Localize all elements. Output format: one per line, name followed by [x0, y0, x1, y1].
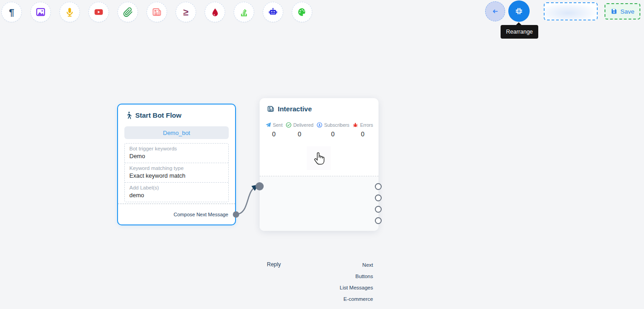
- output-label-buttons: Buttons: [355, 274, 373, 279]
- paper-plane-icon: [265, 122, 271, 128]
- stat-sent: Sent 0: [265, 122, 283, 138]
- rearrange-tooltip-label: Rearrange: [506, 29, 533, 35]
- back-button[interactable]: [485, 1, 505, 21]
- redacted-input[interactable]: [544, 2, 598, 20]
- output-label-ecommerce: E-commerce: [344, 296, 373, 302]
- stat-value: 0: [331, 130, 335, 138]
- field-label: Bot trigger keywords: [129, 146, 224, 151]
- check-circle-icon: [285, 122, 292, 128]
- toolbar-item-bot[interactable]: [263, 2, 283, 22]
- image-icon: [35, 7, 46, 17]
- stat-label: Delivered: [293, 122, 313, 128]
- output-label-list-messages: List Messages: [339, 285, 373, 290]
- toolbar-item-template[interactable]: [292, 2, 312, 22]
- stat-subscribers: Subscribers 0: [316, 122, 349, 138]
- toolbar-item-video[interactable]: [88, 2, 109, 22]
- node-start-bot-flow[interactable]: Start Bot Flow Demo_bot Bot trigger keyw…: [117, 104, 236, 225]
- greater-equal-icon: ≥: [183, 7, 189, 17]
- toolbar-item-stack[interactable]: [234, 2, 254, 22]
- pilcrow-icon: ¶: [9, 7, 15, 17]
- field-matching-type[interactable]: Keyword matching type Exact keyword matc…: [125, 163, 228, 182]
- stat-errors: Errors 0: [352, 122, 373, 138]
- handle-compose-next-message[interactable]: [233, 211, 239, 218]
- handle-output-list-messages[interactable]: [375, 206, 382, 213]
- cursor-highlight: [307, 146, 331, 170]
- toolbar-item-text[interactable]: ¶: [1, 2, 22, 22]
- palette-icon: [297, 7, 307, 17]
- handle-output-ecommerce[interactable]: [375, 217, 382, 224]
- save-button-label: Save: [620, 8, 634, 15]
- bot-name-pill[interactable]: Demo_bot: [124, 126, 229, 139]
- component-toolbar: ¶: [1, 2, 312, 22]
- rearrange-tooltip: Rearrange: [501, 25, 538, 39]
- handle-output-buttons[interactable]: [375, 194, 382, 201]
- stat-value: 0: [272, 130, 275, 138]
- toolbar-item-condition[interactable]: ≥: [176, 2, 196, 22]
- output-label-next: Next: [362, 262, 373, 268]
- droplet-icon: [210, 7, 220, 17]
- field-trigger-keywords[interactable]: Bot trigger keywords Demo: [125, 144, 228, 163]
- stat-value: 0: [361, 130, 364, 138]
- save-button[interactable]: Save: [605, 3, 640, 20]
- stat-label: Subscribers: [324, 122, 349, 128]
- compose-next-message-label: Compose Next Message: [174, 212, 228, 217]
- compress-arrows-icon: [514, 6, 524, 16]
- field-value: Exact keyword match: [129, 172, 224, 179]
- arrow-left-icon: [491, 7, 500, 16]
- newspaper-icon: [267, 105, 275, 113]
- paperclip-icon: [123, 7, 133, 17]
- toolbar-item-audio[interactable]: [59, 2, 80, 22]
- video-icon: [93, 7, 104, 17]
- stat-value: 0: [298, 130, 301, 138]
- stack-icon: [239, 7, 249, 17]
- interactive-io-section: Reply Next Buttons List Messages E-comme…: [260, 176, 379, 231]
- microphone-icon: [64, 7, 75, 17]
- reply-input-label: Reply: [267, 261, 281, 268]
- interactive-node-header: Interactive: [260, 98, 379, 116]
- interactive-node-title: Interactive: [278, 105, 312, 113]
- user-circle-icon: [316, 122, 323, 128]
- hand-pointer-icon: [311, 150, 327, 166]
- walking-person-icon: [125, 111, 132, 119]
- start-node-header: Start Bot Flow: [118, 105, 235, 123]
- start-node-fields: Bot trigger keywords Demo Keyword matchi…: [124, 143, 229, 202]
- bot-name-label: Demo_bot: [163, 130, 190, 136]
- stat-label: Sent: [273, 122, 283, 128]
- rearrange-button[interactable]: [508, 0, 530, 22]
- start-node-footer: Compose Next Message: [118, 204, 235, 224]
- start-node-title: Start Bot Flow: [135, 111, 182, 119]
- robot-icon: [268, 7, 278, 17]
- handle-output-next[interactable]: [375, 183, 382, 190]
- handle-reply-input[interactable]: [256, 182, 264, 190]
- newspaper-icon: [152, 7, 162, 17]
- field-value: demo: [129, 192, 224, 199]
- save-icon: [610, 8, 618, 15]
- field-value: Demo: [129, 153, 224, 159]
- toolbar-item-image[interactable]: [30, 2, 51, 22]
- field-labels[interactable]: Add Label(s) demo: [125, 182, 228, 202]
- toolbar-item-interactive[interactable]: [147, 2, 167, 22]
- interactive-stats: Sent 0 Delivered 0: [260, 116, 379, 138]
- flow-canvas[interactable]: ¶: [0, 0, 644, 309]
- bug-icon: [352, 122, 359, 128]
- redacted-content: [545, 3, 597, 20]
- toolbar-item-file[interactable]: [118, 2, 138, 22]
- field-label: Add Label(s): [129, 185, 224, 190]
- field-label: Keyword matching type: [129, 165, 224, 171]
- stat-delivered: Delivered 0: [285, 122, 313, 138]
- stat-label: Errors: [360, 122, 373, 128]
- toolbar-item-droplet[interactable]: [205, 2, 225, 22]
